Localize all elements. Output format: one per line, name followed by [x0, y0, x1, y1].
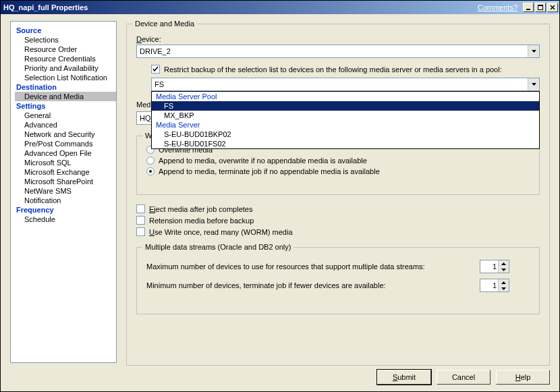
main-panel: Device and Media Device: DRIVE_2 Restric…	[126, 21, 550, 363]
dropdown-group-media-server-pool: Media Server Pool	[152, 92, 539, 101]
radio-append-terminate-label: Append to media, terminate job if no app…	[159, 167, 380, 175]
restrict-label: Restrict backup of the selection list to…	[164, 65, 502, 74]
svg-marker-8	[501, 262, 506, 265]
nav-item-pre-post-commands[interactable]: Pre/Post Commands	[15, 139, 116, 148]
nav-item-network-security[interactable]: Network and Security	[15, 130, 116, 139]
max-devices-label: Maximum number of devices to use for res…	[146, 262, 425, 271]
svg-marker-10	[501, 281, 506, 284]
device-select[interactable]: DRIVE_2	[136, 45, 540, 58]
comments-link[interactable]: Comments?	[478, 3, 517, 11]
maximize-button[interactable]	[535, 3, 546, 12]
svg-marker-5	[532, 50, 536, 53]
svg-marker-11	[501, 287, 506, 290]
retension-checkbox[interactable]	[136, 216, 145, 225]
nav-item-microsoft-sql[interactable]: Microsoft SQL	[15, 158, 116, 167]
max-devices-value: 1	[483, 262, 498, 271]
nav-item-resource-order[interactable]: Resource Order	[15, 45, 116, 54]
nav-item-device-and-media[interactable]: Device and Media	[15, 92, 116, 101]
eject-checkbox[interactable]	[136, 204, 145, 213]
restrict-select-value: FS	[155, 80, 164, 88]
radio-append-overwrite-row: Append to media, overwrite if no appenda…	[146, 157, 530, 165]
spinner-down-icon[interactable]	[499, 267, 509, 273]
streams-group: Multiple data streams (Oracle and DB2 on…	[136, 247, 540, 314]
nav-item-resource-credentials[interactable]: Resource Credentials	[15, 54, 116, 63]
nav-item-selection-list-notification[interactable]: Selection List Notification	[15, 73, 116, 82]
chevron-down-icon	[532, 83, 536, 86]
nav-item-notification[interactable]: Notification	[15, 196, 116, 205]
titlebar: HQ_napi_full Properties Comments?	[1, 1, 559, 14]
spinner-up-icon[interactable]	[499, 260, 509, 267]
minimize-icon	[526, 5, 531, 10]
radio-append-terminate-row: Append to media, terminate job if no app…	[146, 167, 530, 175]
device-select-arrow[interactable]	[528, 45, 539, 57]
nav-item-microsoft-sharepoint[interactable]: Microsoft SharePoint	[15, 177, 116, 186]
nav-item-netware-sms[interactable]: NetWare SMS	[15, 186, 116, 196]
streams-group-legend: Multiple data streams (Oracle and DB2 on…	[142, 243, 293, 251]
radio-append-terminate[interactable]	[146, 167, 155, 175]
chevron-down-icon	[532, 50, 536, 53]
upper-panel: Source Selections Resource Order Resourc…	[10, 21, 550, 363]
nav-item-advanced-open-file[interactable]: Advanced Open File	[15, 148, 116, 158]
max-devices-spinner[interactable]: 1	[480, 260, 509, 273]
restrict-row: Restrict backup of the selection list to…	[151, 65, 540, 74]
nav-item-general[interactable]: General	[15, 111, 116, 120]
restrict-select-arrow[interactable]	[528, 78, 539, 90]
svg-marker-6	[532, 83, 536, 86]
worm-label: Use Write once, read many (WORM) media	[149, 228, 293, 236]
device-media-legend: Device and Media	[132, 20, 197, 28]
maximize-icon	[538, 5, 543, 10]
svg-marker-9	[501, 269, 506, 271]
radio-append-overwrite[interactable]	[146, 157, 155, 165]
button-bar: Submit Cancel Help	[10, 363, 550, 385]
cancel-button[interactable]: Cancel	[437, 370, 491, 385]
worm-checkbox[interactable]	[136, 227, 145, 236]
dropdown-item-fs02[interactable]: S-EU-BUD01FS02	[152, 139, 539, 148]
nav-item-schedule[interactable]: Schedule	[15, 215, 116, 224]
min-devices-label: Minimum number of devices, terminate job…	[146, 281, 386, 289]
nav-category-frequency: Frequency	[15, 205, 116, 215]
min-devices-value: 1	[483, 281, 498, 289]
retension-label: Retension media before backup	[149, 217, 254, 225]
help-button[interactable]: Help	[496, 370, 550, 385]
nav-category-source: Source	[15, 26, 116, 35]
minimize-button[interactable]	[523, 3, 534, 12]
spinner-down-icon[interactable]	[499, 285, 509, 291]
device-select-value: DRIVE_2	[140, 47, 171, 55]
submit-button[interactable]: Submit	[377, 370, 431, 385]
svg-rect-2	[538, 5, 543, 6]
window: HQ_napi_full Properties Comments? Source…	[0, 0, 560, 392]
min-devices-spinner[interactable]: 1	[480, 279, 509, 292]
nav-category-destination: Destination	[15, 82, 116, 92]
check-icon	[152, 66, 159, 72]
close-icon	[550, 5, 555, 10]
dropdown-item-bkp02[interactable]: S-EU-BUD01BKP02	[152, 130, 539, 139]
dropdown-item-mx-bkp[interactable]: MX_BKP	[152, 111, 539, 120]
nav-sidebar: Source Selections Resource Order Resourc…	[10, 21, 117, 363]
dropdown-item-fs[interactable]: FS	[152, 101, 539, 111]
body: Source Selections Resource Order Resourc…	[1, 14, 559, 391]
nav-item-priority-availability[interactable]: Priority and Availability	[15, 63, 116, 73]
dropdown-group-media-server: Media Server	[152, 120, 539, 130]
nav-item-selections[interactable]: Selections	[15, 35, 116, 45]
spinner-up-icon[interactable]	[499, 279, 509, 285]
nav-category-settings: Settings	[15, 101, 116, 111]
eject-label: Eject media after job completes	[149, 205, 252, 213]
restrict-dropdown-list[interactable]: Media Server Pool FS MX_BKP Media Server…	[151, 91, 540, 149]
restrict-checkbox[interactable]	[151, 65, 160, 74]
restrict-select[interactable]: FS	[151, 78, 540, 91]
device-media-group: Device and Media Device: DRIVE_2 Restric…	[126, 24, 550, 366]
nav-item-microsoft-exchange[interactable]: Microsoft Exchange	[15, 167, 116, 177]
nav-item-advanced[interactable]: Advanced	[15, 120, 116, 130]
device-label: Device:	[136, 35, 540, 43]
radio-append-overwrite-label: Append to media, overwrite if no appenda…	[159, 157, 367, 165]
window-title: HQ_napi_full Properties	[3, 3, 478, 11]
svg-rect-0	[526, 9, 530, 10]
close-button[interactable]	[547, 3, 558, 12]
